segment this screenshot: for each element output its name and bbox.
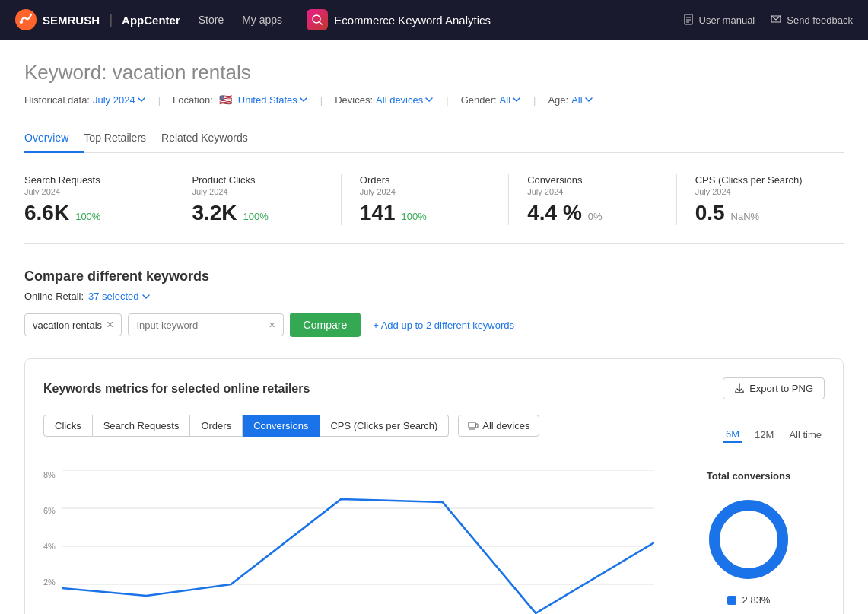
page-tabs: Overview Top Retailers Related Keywords: [24, 124, 844, 153]
svg-point-17: [714, 505, 783, 574]
metric-change-0: 100%: [75, 211, 100, 222]
chart-tab-conversions[interactable]: Conversions: [243, 415, 320, 437]
y-label-2: 2%: [43, 577, 56, 587]
keyword-input-box[interactable]: ×: [128, 313, 283, 336]
metric-change-4: NaN%: [731, 211, 760, 222]
main-content: Keyword: vacation rentals Historical dat…: [0, 40, 868, 614]
add-keywords-link[interactable]: + Add up to 2 different keywords: [373, 320, 514, 331]
app-icon: [307, 9, 328, 30]
svg-point-0: [15, 9, 37, 30]
devices-dropdown[interactable]: All devices: [376, 94, 434, 106]
metric-name-0: Search Requests: [24, 174, 154, 186]
app-name: Ecommerce Keyword Analytics: [334, 14, 491, 27]
gender-dropdown[interactable]: All: [500, 94, 521, 106]
metric-date-1: July 2024: [192, 187, 322, 196]
chart-time-tabs: 6M 12M All time: [723, 427, 825, 443]
us-flag: 🇺🇸: [219, 94, 232, 106]
online-retail-label: Online Retail:: [24, 291, 84, 302]
nav-store[interactable]: Store: [199, 14, 224, 26]
chart-left: 8% 6% 4% 2% 0%: [43, 470, 654, 614]
svg-point-1: [20, 20, 23, 23]
metric-product-clicks: Product Clicks July 2024 3.2K 100%: [192, 174, 341, 225]
nav-myapps[interactable]: My apps: [242, 14, 282, 26]
keyword-inputs: vacation rentals × × Compare + Add up to…: [24, 313, 844, 337]
keyword-remove-1[interactable]: ×: [107, 319, 113, 331]
chart-right: Total conversions 2.83%: [672, 470, 825, 614]
metric-value-1: 3.2K 100%: [192, 201, 322, 225]
metric-number-2: 141: [360, 201, 396, 225]
metric-value-3: 4.4 % 0%: [527, 201, 657, 225]
metric-search-requests: Search Requests July 2024 6.6K 100%: [24, 174, 173, 225]
donut-chart: [703, 494, 794, 585]
svg-line-3: [320, 22, 323, 25]
time-tab-alltime[interactable]: All time: [786, 428, 825, 442]
keyword-input-clear[interactable]: ×: [269, 319, 275, 331]
svg-rect-9: [475, 424, 478, 428]
appcenter-label: AppCenter: [122, 14, 180, 27]
metric-value-0: 6.6K 100%: [24, 201, 154, 225]
chart-tab-devices[interactable]: All devices: [458, 415, 539, 437]
donut-legend: 2.83%: [727, 594, 771, 606]
user-manual-link[interactable]: User manual: [682, 14, 755, 26]
chart-line: [62, 499, 654, 613]
retail-selected-link[interactable]: 37 selected: [88, 291, 151, 302]
chart-tab-clicks[interactable]: Clicks: [43, 415, 93, 437]
location-label: Location:: [173, 94, 213, 106]
time-tab-6m[interactable]: 6M: [723, 427, 742, 443]
y-label-4: 4%: [43, 542, 56, 551]
filter-location: Location: 🇺🇸 United States: [173, 94, 308, 106]
chart-tabs: Clicks Search Requests Orders Conversion…: [43, 415, 539, 437]
user-manual-label: User manual: [699, 14, 755, 26]
sep2: |: [320, 94, 323, 106]
sep1: |: [158, 94, 161, 106]
topnav: SEMRUSH | AppCenter Store My apps Ecomme…: [0, 0, 868, 40]
metric-conversions: Conversions July 2024 4.4 % 0%: [527, 174, 676, 225]
tab-related-keywords[interactable]: Related Keywords: [161, 124, 263, 153]
metric-value-2: 141 100%: [360, 201, 490, 225]
metric-number-0: 6.6K: [24, 201, 69, 225]
metric-orders: Orders July 2024 141 100%: [360, 174, 509, 225]
send-feedback-link[interactable]: Send feedback: [770, 14, 853, 26]
page-title: Keyword: vacation rentals: [24, 61, 844, 84]
device-tab-label: All devices: [482, 420, 529, 431]
send-feedback-label: Send feedback: [787, 14, 853, 26]
export-png-button[interactable]: Export to PNG: [723, 377, 825, 399]
filter-age: Age: All: [548, 94, 593, 106]
metrics-row: Search Requests July 2024 6.6K 100% Prod…: [24, 174, 844, 244]
line-chart-svg: [62, 470, 654, 614]
historical-dropdown[interactable]: July 2024: [93, 94, 146, 106]
metric-value-4: 0.5 NaN%: [695, 201, 825, 225]
time-tab-12m[interactable]: 12M: [752, 428, 777, 442]
chart-tab-cps[interactable]: CPS (Clicks per Search): [320, 415, 449, 437]
metric-change-1: 100%: [243, 211, 269, 222]
chart-title: Keywords metrics for selected online ret…: [43, 382, 310, 396]
compare-button[interactable]: Compare: [290, 313, 361, 337]
export-btn-label: Export to PNG: [749, 383, 813, 394]
svg-rect-8: [469, 422, 475, 428]
age-label: Age:: [548, 94, 568, 106]
tab-top-retailers[interactable]: Top Retailers: [84, 124, 161, 153]
gender-label: Gender:: [461, 94, 497, 106]
compare-section: Compare different keywords Online Retail…: [24, 269, 844, 337]
metric-date-3: July 2024: [527, 187, 657, 196]
metric-name-1: Product Clicks: [192, 174, 322, 186]
current-app: Ecommerce Keyword Analytics: [307, 9, 491, 30]
online-retail-row: Online Retail: 37 selected: [24, 291, 844, 302]
sep4: |: [533, 94, 536, 106]
chart-tab-orders[interactable]: Orders: [190, 415, 243, 437]
location-dropdown[interactable]: United States: [238, 94, 308, 106]
chart-tab-search-requests[interactable]: Search Requests: [93, 415, 191, 437]
logo-divider: |: [109, 12, 113, 28]
metric-number-1: 3.2K: [192, 201, 237, 225]
metric-name-4: CPS (Clicks per Search): [695, 174, 825, 186]
donut-title: Total conversions: [707, 470, 790, 482]
metric-date-0: July 2024: [24, 187, 154, 196]
brand-name: SEMRUSH: [43, 14, 100, 27]
y-label-6: 6%: [43, 506, 56, 515]
keyword-input[interactable]: [136, 320, 264, 331]
title-prefix: Keyword:: [24, 61, 107, 84]
brand-logo[interactable]: SEMRUSH | AppCenter: [15, 9, 180, 30]
age-dropdown[interactable]: All: [571, 94, 593, 106]
tab-overview[interactable]: Overview: [24, 124, 84, 153]
metric-name-3: Conversions: [527, 174, 657, 186]
